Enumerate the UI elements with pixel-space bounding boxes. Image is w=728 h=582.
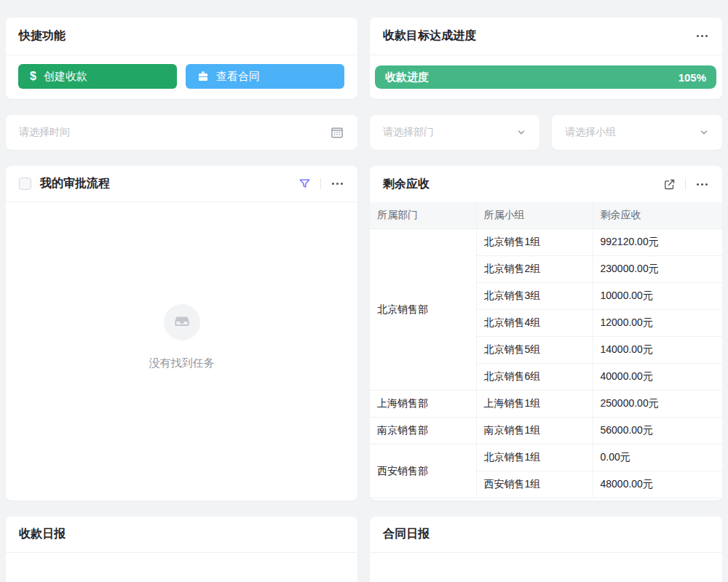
table-row: 北京销售部北京销售1组992120.00元 [370,229,722,256]
column-header-department: 所属部门 [370,202,476,229]
ellipsis-icon[interactable] [695,180,709,188]
amount-cell: 48000.00元 [593,471,722,498]
amount-cell: 250000.00元 [593,391,722,418]
progress-card: 收款目标达成进度 收款进度 105% [370,17,722,99]
department-cell: 上海销售部 [370,391,476,418]
group-select[interactable]: 请选择小组 [552,115,722,150]
table-row: 西安销售部北京销售1组0.00元 [370,445,722,471]
ellipsis-icon[interactable] [695,32,709,40]
group-cell: 北京销售4组 [476,310,593,337]
department-cell: 西安销售部 [370,445,476,498]
progress-body: 收款进度 105% [370,55,722,89]
table-row: 上海销售部上海销售1组250000.00元 [370,391,722,418]
table-header-row: 所属部门 所属小组 剩余应收 [370,202,722,229]
card-title: 合同日报 [383,527,430,542]
approval-card: 我的审批流程 没有找到任务 [6,166,357,501]
receivable-card: 剩余应收 所属部门 所属小组 剩余应收 [370,166,722,501]
receivable-table: 所属部门 所属小组 剩余应收 北京销售部北京销售1组992120.00元北京销售… [370,202,722,498]
dashboard-page: 快捷功能 $ 创建收款 查看合同 收款目标达成进度 收款进度 [0,0,728,582]
quick-actions-header: 快捷功能 [6,17,357,55]
create-payment-label: 创建收款 [44,70,87,84]
empty-text: 没有找到任务 [149,356,215,370]
progress-label: 收款进度 [385,71,429,84]
receivable-header: 剩余应收 [370,166,722,202]
payment-daily-header: 收款日报 [6,517,357,553]
progress-percent: 105% [678,71,706,84]
group-cell: 北京销售1组 [476,229,593,256]
progress-track: 收款进度 105% [375,65,716,89]
department-cell: 南京销售部 [370,418,476,445]
group-cell: 北京销售2组 [476,256,593,283]
contract-daily-card: 合同日报 [370,517,722,582]
column-header-amount: 剩余应收 [593,202,722,229]
amount-cell: 40000.00元 [593,364,722,391]
view-contract-label: 查看合同 [216,70,260,84]
amount-cell: 992120.00元 [593,229,722,256]
chevron-down-icon [516,127,526,137]
amount-cell: 56000.00元 [593,418,722,445]
chevron-down-icon [699,127,709,137]
contract-daily-header: 合同日报 [370,517,722,553]
approval-empty-state: 没有找到任务 [6,189,357,485]
time-placeholder: 请选择时间 [19,126,330,139]
column-header-group: 所属小组 [476,202,593,229]
card-title: 剩余应收 [383,177,430,192]
amount-cell: 0.00元 [593,445,722,471]
receivable-table-body: 北京销售部北京销售1组992120.00元北京销售2组230000.00元北京销… [370,229,722,498]
table-row: 南京销售部南京销售1组56000.00元 [370,418,722,445]
empty-circle [164,304,200,340]
dollar-icon: $ [30,70,36,83]
progress-header: 收款目标达成进度 [370,17,722,55]
approval-checkbox[interactable] [19,178,31,190]
quick-actions-card: 快捷功能 $ 创建收款 查看合同 [6,17,357,99]
create-payment-button[interactable]: $ 创建收款 [18,64,177,89]
filter-funnel-icon[interactable] [298,178,311,190]
group-cell: 北京销售5组 [476,337,593,364]
calendar-icon [330,125,344,140]
amount-cell: 14000.00元 [593,337,722,364]
group-cell: 西安销售1组 [476,471,593,498]
amount-cell: 230000.00元 [593,256,722,283]
card-title: 收款目标达成进度 [383,28,476,44]
time-picker-input[interactable]: 请选择时间 [6,115,357,150]
quick-actions-body: $ 创建收款 查看合同 [6,55,357,89]
group-cell: 上海销售1组 [476,391,593,418]
group-cell: 南京销售1组 [476,418,593,445]
card-title: 快捷功能 [19,28,66,44]
group-cell: 北京销售1组 [476,445,593,471]
card-title: 收款日报 [19,527,66,542]
department-select[interactable]: 请选择部门 [370,115,539,150]
group-cell: 北京销售6组 [476,364,593,391]
external-link-icon[interactable] [663,178,676,191]
card-title: 我的审批流程 [40,176,110,191]
progress-bar: 收款进度 105% [375,65,716,89]
group-placeholder: 请选择小组 [565,126,699,139]
amount-cell: 12000.00元 [593,310,722,337]
payment-daily-card: 收款日报 [6,517,357,582]
divider [320,178,321,189]
inbox-icon [173,313,191,332]
group-cell: 北京销售3组 [476,283,593,310]
department-cell: 北京销售部 [370,229,476,391]
ellipsis-icon[interactable] [331,180,344,188]
divider [685,179,686,190]
view-contract-button[interactable]: 查看合同 [186,64,344,89]
briefcase-icon [197,71,209,82]
amount-cell: 10000.00元 [593,283,722,310]
department-placeholder: 请选择部门 [383,126,516,139]
